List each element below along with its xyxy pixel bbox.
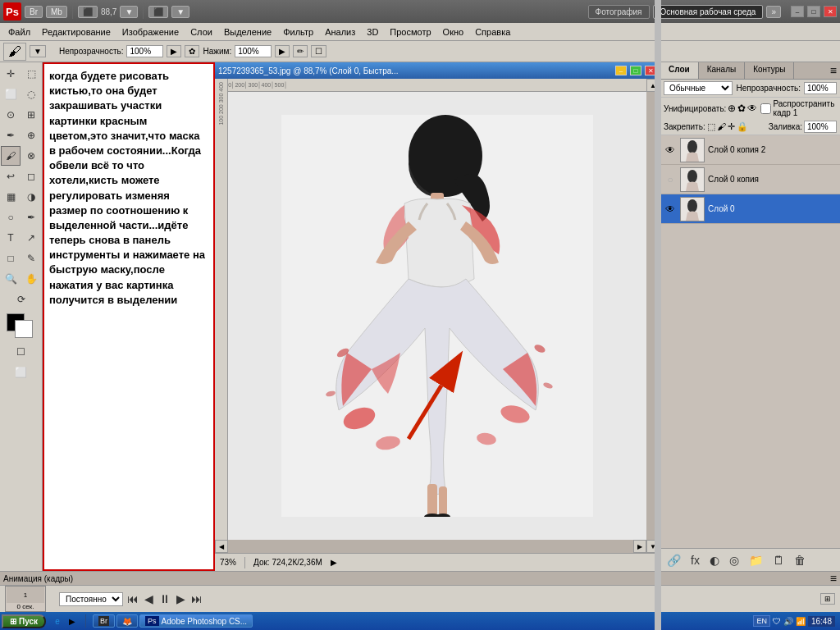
- image-canvas[interactable]: [228, 92, 646, 540]
- unify-style-btn[interactable]: ✿: [737, 103, 746, 114]
- photoshop-taskbar-btn[interactable]: Ps Adobe Photoshop CS...: [139, 614, 253, 628]
- menu-3d[interactable]: 3D: [362, 25, 383, 39]
- scroll-track-h[interactable]: [228, 540, 633, 553]
- quick-mask-btn[interactable]: ☐: [311, 45, 326, 57]
- window-minimize-btn[interactable]: –: [791, 6, 804, 17]
- crop-tool[interactable]: ⊞: [21, 105, 41, 125]
- pressure-arrow[interactable]: ▶: [275, 45, 290, 57]
- delete-layer-btn[interactable]: 🗑: [791, 552, 809, 568]
- tab-channels[interactable]: Каналы: [699, 62, 746, 79]
- layer-1-visibility[interactable]: ○: [664, 173, 677, 186]
- panel-menu-btn[interactable]: ≡: [827, 62, 840, 79]
- layer-0-visibility[interactable]: 👁: [664, 144, 677, 157]
- layout-dropdown[interactable]: ▼: [171, 6, 189, 18]
- opacity-input[interactable]: [126, 45, 163, 57]
- layout-button[interactable]: ⬛: [148, 6, 168, 18]
- text-tool[interactable]: T: [1, 228, 21, 248]
- background-color[interactable]: [15, 320, 33, 338]
- blur-tool[interactable]: ◑: [21, 187, 41, 207]
- first-frame-btn[interactable]: ⏮: [126, 592, 140, 605]
- menu-file[interactable]: Файл: [3, 25, 35, 39]
- workspace-main-btn[interactable]: Основная рабочая среда: [653, 5, 764, 19]
- prev-frame-btn[interactable]: ◀: [143, 592, 155, 605]
- opacity-arrow[interactable]: ▶: [167, 45, 181, 57]
- path-select-tool[interactable]: ↗: [21, 228, 41, 248]
- clone-tool[interactable]: ⊗: [21, 146, 41, 166]
- panel-collapse-handle[interactable]: [655, 0, 661, 630]
- workspace-photo-btn[interactable]: Фотография: [588, 5, 650, 19]
- lasso-tool[interactable]: ◌: [21, 84, 41, 104]
- bridge-button[interactable]: Br: [25, 6, 43, 18]
- screen-mode-btn[interactable]: ⬜: [11, 363, 31, 382]
- new-layer-btn[interactable]: 🗒: [769, 552, 788, 568]
- view-mode-button[interactable]: ⬛: [78, 6, 98, 18]
- timeline-collapse-btn[interactable]: ≡: [830, 572, 837, 585]
- convert-timeline-btn[interactable]: ⊞: [820, 593, 835, 605]
- workspace-expand-btn[interactable]: »: [766, 6, 781, 18]
- lock-transparent-btn[interactable]: ⬚: [707, 121, 715, 132]
- shape-tool[interactable]: □: [1, 249, 21, 268]
- horizontal-scrollbar[interactable]: ◀ ▶: [215, 540, 646, 553]
- hand-tool[interactable]: ✋: [21, 269, 41, 289]
- gradient-tool[interactable]: ▦: [1, 187, 21, 207]
- spread-frame-check[interactable]: [760, 103, 771, 114]
- pressure-input[interactable]: [235, 45, 272, 57]
- zoom-tool[interactable]: 🔍: [1, 269, 21, 289]
- doc-minimize-btn[interactable]: –: [615, 66, 627, 75]
- layer-2-visibility[interactable]: 👁: [664, 203, 677, 216]
- add-mask-btn[interactable]: ◐: [706, 552, 723, 568]
- menu-help[interactable]: Справка: [470, 25, 515, 39]
- doc-arrow-icon[interactable]: ▶: [331, 558, 337, 567]
- lock-paint-btn[interactable]: 🖌: [717, 121, 726, 132]
- menu-window[interactable]: Окно: [438, 25, 469, 39]
- start-button[interactable]: ⊞ Пуск: [2, 614, 46, 628]
- menu-edit[interactable]: Редактирование: [37, 25, 116, 39]
- menu-layers[interactable]: Слои: [185, 25, 217, 39]
- menu-analysis[interactable]: Анализ: [320, 25, 360, 39]
- layer-item-2[interactable]: 👁 Слой 0: [660, 194, 840, 224]
- frame-1[interactable]: 1 0 сек.: [5, 586, 46, 612]
- layer-item-0[interactable]: 👁 Слой 0 копия 2: [660, 135, 840, 165]
- layer-style-btn[interactable]: fx: [687, 552, 703, 568]
- marquee-tool[interactable]: ⬜: [1, 84, 21, 104]
- doc-maximize-btn[interactable]: □: [630, 66, 641, 75]
- menu-view[interactable]: Просмотр: [385, 25, 436, 39]
- window-close-btn[interactable]: ✕: [824, 6, 837, 17]
- minibrige-button[interactable]: Mb: [46, 6, 67, 18]
- pen-tool[interactable]: ✒: [21, 208, 41, 227]
- next-frame-btn[interactable]: ▶: [175, 592, 187, 605]
- layer-item-1[interactable]: ○ Слой 0 копия: [660, 165, 840, 194]
- brush-preset-btn[interactable]: 🖌: [3, 43, 26, 61]
- healing-tool[interactable]: ⊕: [21, 126, 41, 145]
- firefox-taskbar-btn[interactable]: 🦊: [116, 614, 138, 628]
- airbrush-btn[interactable]: ✿: [185, 45, 199, 57]
- scroll-right-btn[interactable]: ▶: [633, 540, 646, 553]
- tab-paths[interactable]: Контуры: [745, 62, 794, 79]
- opacity-input[interactable]: [804, 82, 837, 94]
- play-btn[interactable]: ⏸: [158, 592, 172, 605]
- loop-select[interactable]: Постоянно: [59, 592, 123, 606]
- rotate-view-tool[interactable]: ⟳: [11, 290, 31, 309]
- lock-move-btn[interactable]: ✛: [728, 121, 735, 132]
- language-btn[interactable]: EN: [753, 615, 770, 627]
- lock-all-btn[interactable]: 🔒: [737, 121, 748, 132]
- history-brush-tool[interactable]: ↩: [1, 167, 21, 186]
- new-group-btn[interactable]: 📁: [746, 552, 766, 568]
- notes-tool[interactable]: ✎: [21, 249, 41, 268]
- volume-icon[interactable]: 🔊: [783, 617, 793, 626]
- artboard-tool[interactable]: ⬚: [21, 64, 41, 84]
- quick-select-tool[interactable]: ⊙: [1, 105, 21, 125]
- new-adj-btn[interactable]: ◎: [726, 552, 742, 568]
- br-taskbar-btn[interactable]: Br: [93, 614, 115, 628]
- brush-tool[interactable]: 🖌: [1, 146, 21, 166]
- move-tool[interactable]: ✛: [1, 64, 21, 84]
- brush-dropdown[interactable]: ▼: [30, 45, 46, 57]
- unify-vis-btn[interactable]: 👁: [747, 103, 757, 114]
- tab-layers[interactable]: Слои: [660, 62, 699, 79]
- mediaplayer-icon[interactable]: ▶: [66, 614, 79, 628]
- zoom-dropdown[interactable]: ▼: [120, 6, 138, 18]
- quick-mask-mode-btn[interactable]: ☐: [11, 342, 31, 362]
- menu-filter[interactable]: Фильтр: [278, 25, 318, 39]
- fill-input[interactable]: [804, 121, 837, 133]
- window-maximize-btn[interactable]: □: [807, 6, 820, 17]
